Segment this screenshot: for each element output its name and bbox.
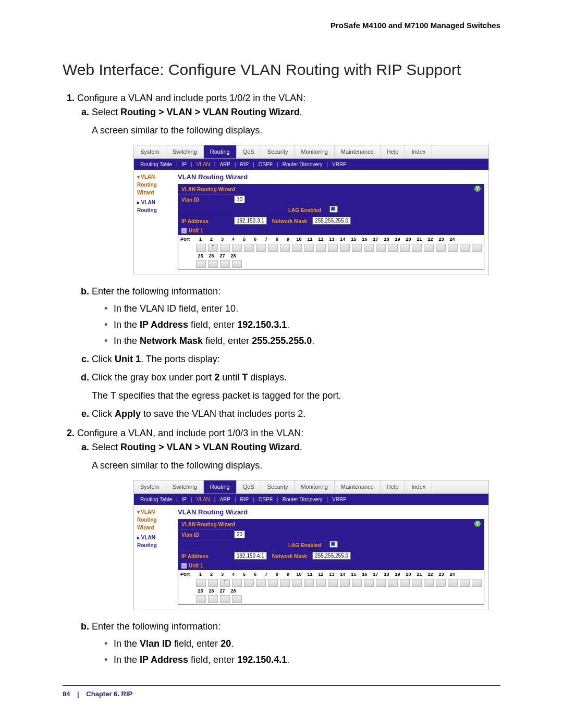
tab-monitoring[interactable]: Monitoring <box>295 145 334 158</box>
tab-system[interactable]: System <box>134 480 166 493</box>
collapse-unit-icon[interactable]: - <box>181 228 187 233</box>
port-box-20[interactable] <box>424 244 434 252</box>
port-box-9[interactable] <box>292 579 302 587</box>
port-box-23[interactable] <box>460 244 470 252</box>
port-box-5[interactable] <box>244 579 254 587</box>
port-box-1[interactable] <box>196 579 206 587</box>
port-box-21[interactable] <box>436 579 446 587</box>
port-box-3[interactable] <box>220 244 230 252</box>
subtab-router-discovery[interactable]: Router Discovery <box>280 161 325 168</box>
subtab-vrrp[interactable]: VRRP <box>330 161 349 168</box>
port-box-4[interactable] <box>232 244 242 252</box>
ip-address-input[interactable]: 192.150.4.1 <box>234 552 267 560</box>
subtab-ip[interactable]: IP <box>180 161 189 168</box>
port-box-24[interactable] <box>472 244 482 252</box>
help-icon[interactable]: ? <box>474 521 481 527</box>
tab-switching[interactable]: Switching <box>166 480 204 493</box>
port-box-13[interactable] <box>340 579 350 587</box>
port-box-24[interactable] <box>472 579 482 587</box>
port-box-27[interactable] <box>220 595 230 603</box>
tab-help[interactable]: Help <box>381 145 406 158</box>
port-box-7[interactable] <box>268 244 278 252</box>
port-box-10[interactable] <box>304 579 314 587</box>
tab-switching[interactable]: Switching <box>166 145 204 158</box>
tab-monitoring[interactable]: Monitoring <box>295 480 334 493</box>
tab-help[interactable]: Help <box>381 480 406 493</box>
port-box-26[interactable] <box>208 595 218 603</box>
subtab-ospf[interactable]: OSPF <box>256 161 275 168</box>
tab-maintenance[interactable]: Maintenance <box>335 145 381 158</box>
subtab-router-discovery[interactable]: Router Discovery <box>280 496 325 503</box>
port-box-17[interactable] <box>388 579 398 587</box>
port-box-8[interactable] <box>280 244 290 252</box>
port-box-11[interactable] <box>316 579 326 587</box>
lag-enabled-checkbox[interactable] <box>329 206 338 213</box>
subtab-rip[interactable]: RIP <box>238 496 251 503</box>
port-box-14[interactable] <box>352 244 362 252</box>
port-box-25[interactable] <box>196 595 206 603</box>
port-box-2[interactable]: T <box>208 244 218 252</box>
tab-routing[interactable]: Routing <box>204 145 237 158</box>
vlan-id-input[interactable]: 20 <box>234 530 245 538</box>
collapse-unit-icon[interactable]: - <box>181 563 187 569</box>
port-box-4[interactable] <box>232 579 242 587</box>
port-box-8[interactable] <box>280 579 290 587</box>
port-box-22[interactable] <box>448 244 458 252</box>
tab-security[interactable]: Security <box>261 480 295 493</box>
unit-1-label[interactable]: Unit 1 <box>189 228 203 233</box>
nav-wizard[interactable]: VLAN Routing Wizard <box>137 174 157 195</box>
port-box-16[interactable] <box>376 579 386 587</box>
port-box-27[interactable] <box>220 260 230 268</box>
port-box-12[interactable] <box>328 244 338 252</box>
port-box-3[interactable]: T <box>220 579 230 587</box>
tab-routing[interactable]: Routing <box>204 480 237 493</box>
port-box-6[interactable] <box>256 244 266 252</box>
network-mask-input[interactable]: 255.255.255.0 <box>312 552 351 560</box>
port-box-25[interactable] <box>196 260 206 268</box>
port-box-13[interactable] <box>340 244 350 252</box>
subtab-routing-table[interactable]: Routing Table <box>138 161 174 168</box>
port-box-26[interactable] <box>208 260 218 268</box>
tab-qos[interactable]: QoS <box>237 480 261 493</box>
tab-index[interactable]: Index <box>405 145 432 158</box>
port-box-11[interactable] <box>316 244 326 252</box>
port-box-23[interactable] <box>460 579 470 587</box>
port-box-19[interactable] <box>412 579 422 587</box>
subtab-ip[interactable]: IP <box>180 496 189 503</box>
port-box-28[interactable] <box>232 260 242 268</box>
port-box-14[interactable] <box>352 579 362 587</box>
port-box-6[interactable] <box>256 579 266 587</box>
port-box-20[interactable] <box>424 579 434 587</box>
help-icon[interactable]: ? <box>474 186 481 192</box>
port-box-10[interactable] <box>304 244 314 252</box>
port-box-15[interactable] <box>364 579 374 587</box>
tab-index[interactable]: Index <box>405 480 432 493</box>
port-box-17[interactable] <box>388 244 398 252</box>
subtab-routing-table[interactable]: Routing Table <box>138 496 174 503</box>
unit-1-label[interactable]: Unit 1 <box>189 563 203 569</box>
port-box-22[interactable] <box>448 579 458 587</box>
port-box-12[interactable] <box>328 579 338 587</box>
port-box-1[interactable] <box>196 244 206 252</box>
port-box-18[interactable] <box>400 579 410 587</box>
subtab-vlan[interactable]: VLAN <box>194 161 212 168</box>
tab-maintenance[interactable]: Maintenance <box>335 480 381 493</box>
port-box-19[interactable] <box>412 244 422 252</box>
vlan-id-input[interactable]: 10 <box>234 195 245 203</box>
nav-wizard[interactable]: VLAN Routing Wizard <box>137 509 157 530</box>
subtab-vlan[interactable]: VLAN <box>194 496 212 503</box>
port-box-7[interactable] <box>268 579 278 587</box>
port-box-21[interactable] <box>436 244 446 252</box>
port-box-16[interactable] <box>376 244 386 252</box>
subtab-rip[interactable]: RIP <box>238 161 251 168</box>
subtab-arp[interactable]: ARP <box>217 161 232 168</box>
subtab-arp[interactable]: ARP <box>217 496 232 503</box>
lag-enabled-checkbox[interactable] <box>329 541 338 548</box>
port-box-18[interactable] <box>400 244 410 252</box>
subtab-ospf[interactable]: OSPF <box>256 496 275 503</box>
tab-system[interactable]: System <box>134 145 166 158</box>
ip-address-input[interactable]: 192.150.3.1 <box>234 217 267 225</box>
port-box-5[interactable] <box>244 244 254 252</box>
tab-qos[interactable]: QoS <box>237 145 261 158</box>
port-box-9[interactable] <box>292 244 302 252</box>
